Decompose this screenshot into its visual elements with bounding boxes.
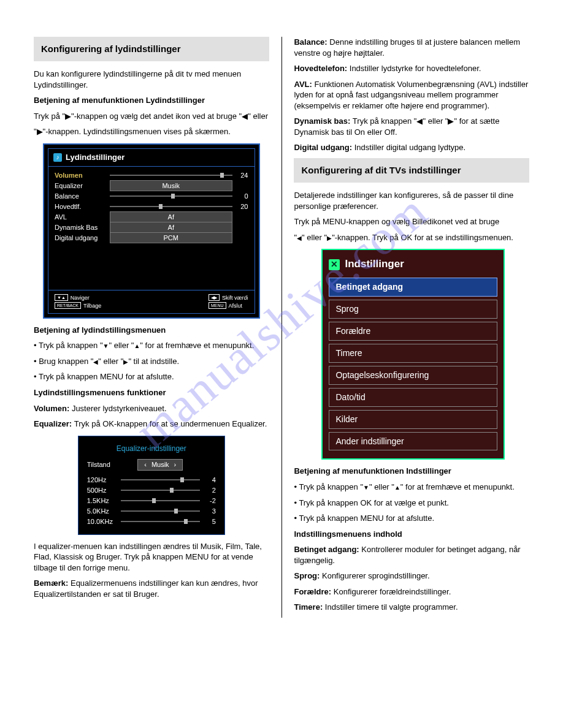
row-volume-slider[interactable] — [110, 175, 232, 176]
row-balance-label: Balance — [55, 192, 110, 201]
settings-item-timers[interactable]: Timere — [329, 344, 497, 363]
row-volume-label: Volumen — [55, 171, 110, 180]
back-label: Tilbage — [83, 302, 101, 309]
tools-icon: ✕ — [329, 259, 340, 270]
left-step2: "▶"-knappen. Lydindstillingsmenuen vises… — [34, 126, 269, 137]
eq-title: Equalizer-indstillinger — [87, 444, 216, 453]
eq-band-5000-label: 5.0KHz — [87, 507, 121, 516]
eq-band-10000-slider[interactable] — [121, 521, 200, 522]
shift-key-icon: ◀▶ — [209, 294, 220, 301]
eq-band-500-val: 2 — [200, 486, 216, 495]
row-dynbas-label: Dynamisk Bas — [55, 223, 110, 232]
left-below2: Bemærk: Equalizermenuens indstillinger k… — [34, 578, 269, 599]
settings-item-recording-config[interactable]: Optagelseskonfigurering — [329, 366, 497, 385]
row-headphone-label: Hovedtlf. — [55, 202, 110, 211]
panel-header: ♪ Lydindstillinger — [48, 149, 255, 167]
eq-mode-val: Musik — [151, 460, 169, 469]
settings-item-conditional-access[interactable]: Betinget adgang — [329, 278, 497, 297]
shift-label: Skift værdi — [222, 294, 248, 301]
right-parental: Forældre: Konfigurerer forældreindstilli… — [294, 586, 529, 597]
eq-band-1500-slider[interactable] — [121, 500, 200, 501]
eq-band-5000-slider[interactable] — [121, 510, 200, 512]
document-page: manualshive.com Konfigurering af lydinds… — [0, 0, 563, 642]
settings-item-other[interactable]: Ander indstillinger — [329, 432, 497, 451]
right-ops-title: Betjening af menufunktionen Indstillinge… — [294, 466, 529, 477]
column-divider — [282, 37, 282, 618]
left-items-title: Lydindstillingsmenuens funktioner — [34, 387, 269, 398]
settings-item-datetime[interactable]: Dato/tid — [329, 388, 497, 407]
right-dynbas: Dynamisk bas: Tryk på knappen "◀" eller … — [294, 116, 529, 137]
nav-key-icon: ▼▲ — [55, 294, 68, 301]
retback-key-icon: RET/BACK — [55, 302, 81, 309]
settings-item-sources[interactable]: Kilder — [329, 410, 497, 429]
eq-band-500-slider[interactable] — [121, 490, 200, 491]
panel-footer: ▼▲Naviger RET/BACKTilbage ◀▶Skift værdi … — [48, 290, 255, 313]
left-intro: Du kan konfigurere lydindstillingerne på… — [34, 69, 269, 90]
panel-title: Lydindstillinger — [66, 152, 124, 163]
left-vol: Volumen: Justerer lydstyrkeniveauet. — [34, 403, 269, 414]
right-column: Balance: Denne indstilling bruges til at… — [285, 37, 538, 618]
settings-title: Indstillinger — [345, 257, 404, 271]
menu-key-icon: MENU — [209, 302, 226, 309]
right-timers: Timere: Indstiller timere til valgte pro… — [294, 602, 529, 613]
row-balance-slider[interactable] — [110, 195, 232, 197]
left-column: Konfigurering af lydindstillinger Du kan… — [25, 37, 278, 618]
row-eq-label: Equalizer — [55, 181, 110, 191]
right-section-title: Konfigurering af dit TVs indstillinger — [294, 158, 529, 183]
row-eq-btn[interactable]: Musik — [110, 180, 232, 192]
panel-body: Volumen24 EqualizerMusik Balance0 Hovedt… — [48, 167, 255, 290]
equalizer-panel: Equalizer-indstillinger Tilstand ‹Musik›… — [78, 436, 225, 535]
row-digital-btn[interactable]: PCM — [110, 232, 232, 244]
left-ops1: • Tryk på knappen "▼" eller "▲" for at f… — [34, 340, 269, 351]
sound-settings-panel: ♪ Lydindstillinger Volumen24 EqualizerMu… — [43, 143, 260, 319]
left-step1: Tryk på "▶"-knappen og vælg det andet ik… — [34, 111, 269, 122]
left-ops3: • Tryk på knappen MENU for at afslutte. — [34, 371, 269, 382]
nav-label: Naviger — [71, 294, 90, 301]
chevron-right-icon[interactable]: › — [174, 460, 177, 469]
right-avl: AVL: Funktionen Automatisk Volumenbegræn… — [294, 79, 529, 112]
eq-mode-label: Tilstand — [87, 460, 121, 469]
eq-band-1500-val: -2 — [200, 496, 216, 506]
eq-band-120-label: 120Hz — [87, 476, 121, 485]
eq-band-10000-label: 10.0KHz — [87, 517, 121, 526]
left-betjening-title: Betjening af menufunktionen Lydindstilli… — [34, 95, 269, 106]
eq-band-500-label: 500Hz — [87, 486, 121, 495]
eq-band-5000-val: 3 — [200, 507, 216, 516]
eq-band-120-slider[interactable] — [121, 479, 200, 480]
right-balance: Balance: Denne indstilling bruges til at… — [294, 37, 529, 58]
row-balance-val: 0 — [232, 192, 248, 201]
right-ops1: • Tryk på knappen "▼" eller "▲" for at f… — [294, 482, 529, 493]
eq-mode-select[interactable]: ‹Musik› — [137, 459, 183, 471]
settings-item-parental[interactable]: Forældre — [329, 322, 497, 341]
left-eq: Equalizer: Tryk på OK-knappen for at se … — [34, 419, 269, 430]
row-headphone-val: 20 — [232, 202, 248, 211]
right-intro: Detaljerede indstillinger kan konfigurer… — [294, 190, 529, 211]
left-ops2: • Brug knappen "◀" eller "▶" til at inds… — [34, 356, 269, 367]
right-ops3: • Tryk på knappen MENU for at afslutte. — [294, 513, 529, 524]
row-headphone-slider[interactable] — [110, 206, 232, 207]
right-lang: Sprog: Konfigurerer sprogindstillinger. — [294, 571, 529, 582]
eq-band-1500-label: 1.5KHz — [87, 496, 121, 506]
eq-band-10000-val: 5 — [200, 517, 216, 526]
settings-panel: ✕ Indstillinger Betinget adgang Sprog Fo… — [321, 249, 505, 460]
right-ops2: • Tryk på knappen OK for at vælge et pun… — [294, 498, 529, 509]
settings-header: ✕ Indstillinger — [329, 255, 497, 278]
right-step2: "◀" eller "▶"-knappen. Tryk på OK for at… — [294, 232, 529, 243]
settings-item-language[interactable]: Sprog — [329, 300, 497, 319]
row-digital-label: Digital udgang — [55, 233, 110, 243]
row-volume-val: 24 — [232, 171, 248, 180]
right-items-title: Indstillingsmenuens indhold — [294, 529, 529, 540]
left-below1: I equalizer-menuen kan indstillingen ænd… — [34, 541, 269, 574]
right-step1: Tryk på MENU-knappen og vælg Billedikone… — [294, 216, 529, 227]
speaker-icon: ♪ — [53, 153, 62, 162]
right-headphone: Hovedtelefon: Indstiller lydstyrke for h… — [294, 63, 529, 74]
chevron-left-icon[interactable]: ‹ — [144, 460, 147, 469]
eq-band-120-val: 4 — [200, 476, 216, 485]
left-ops-title: Betjening af lydindstillingsmenuen — [34, 325, 269, 336]
right-digital: Digital udgang: Indstiller digital udgan… — [294, 142, 529, 153]
right-ca: Betinget adgang: Kontrollerer moduler fo… — [294, 544, 529, 566]
left-section-title: Konfigurering af lydindstillinger — [34, 37, 269, 61]
row-avl-label: AVL — [55, 213, 110, 222]
menu-label: Afslut — [229, 302, 243, 309]
